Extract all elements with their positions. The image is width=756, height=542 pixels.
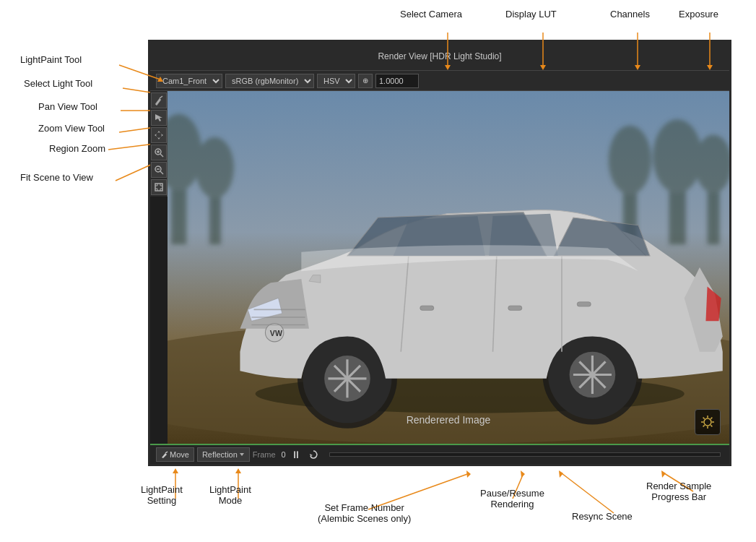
sun-icon: [699, 413, 716, 431]
frame-label: Frame: [253, 450, 276, 459]
move-label: Move: [170, 450, 189, 459]
pan-view-tool-label: Pan View Tool: [38, 101, 97, 112]
svg-rect-52: [420, 306, 434, 310]
svg-line-6: [160, 171, 163, 174]
svg-rect-8: [155, 184, 162, 191]
left-toolbar: [150, 91, 168, 197]
render-titlebar: Render View [HDR Light Studio]: [150, 42, 729, 71]
set-frame-number-annotation: Set Frame Number(Alembic Scenes only): [318, 502, 411, 524]
exposure-annotation: Exposure: [679, 9, 718, 20]
render-progress-bar: [329, 452, 721, 457]
region-zoom-label: Region Zoom: [49, 143, 105, 154]
dropdown-arrow-icon: [239, 452, 245, 457]
resync-scene-annotation: Resync Scene: [572, 511, 633, 522]
lightpaint-setting-annotation: LightPaintSetting: [141, 484, 183, 506]
bottom-toolbar: Move Reflection Frame 0 ⏸: [150, 444, 729, 464]
car-render-svg: VW: [168, 91, 729, 444]
svg-line-63: [703, 425, 705, 426]
select-light-tool-label: Select Light Tool: [24, 78, 92, 89]
select-light-tool-icon[interactable]: [151, 110, 167, 126]
svg-marker-90: [466, 470, 471, 478]
svg-rect-54: [577, 302, 591, 306]
svg-line-93: [562, 473, 614, 513]
exposure-input[interactable]: [375, 74, 419, 88]
zoom-view-tool-label: Zoom View Tool: [38, 123, 105, 134]
display-lut-annotation: Display LUT: [505, 9, 557, 20]
svg-line-64: [165, 452, 168, 453]
lightpaint-btn[interactable]: Move: [156, 447, 194, 462]
svg-text:VW: VW: [270, 329, 282, 337]
zoom-view-tool-icon[interactable]: [151, 145, 167, 160]
region-zoom-tool-icon[interactable]: [151, 162, 167, 178]
svg-marker-86: [173, 468, 178, 473]
svg-line-60: [703, 418, 705, 419]
lightpaint-tool-icon[interactable]: [151, 93, 167, 108]
svg-marker-96: [661, 470, 666, 478]
hdr-icon[interactable]: [695, 409, 721, 435]
fit-scene-label: Fit Scene to View: [20, 172, 93, 183]
svg-marker-92: [521, 470, 525, 478]
render-controls-bar: Cam1_Front sRGB (rgbMonitor) HSV ⊕: [150, 71, 729, 91]
pause-button[interactable]: ⏸: [289, 447, 303, 462]
channels-icon[interactable]: ⊕: [358, 74, 373, 88]
svg-line-0: [160, 96, 162, 98]
display-lut-select[interactable]: sRGB (rgbMonitor): [225, 74, 314, 88]
render-title: Render View [HDR Light Studio]: [378, 51, 501, 61]
resync-button[interactable]: [306, 447, 321, 462]
svg-point-55: [704, 418, 711, 426]
render-canvas: VW: [168, 91, 729, 444]
rendered-image-label: Renderered Image: [407, 414, 491, 426]
resync-icon: [308, 449, 318, 460]
camera-select[interactable]: Cam1_Front: [156, 74, 222, 88]
select-camera-annotation: Select Camera: [400, 9, 462, 20]
svg-point-24: [609, 126, 651, 194]
reflection-btn[interactable]: Reflection: [197, 447, 250, 462]
pan-view-tool-icon[interactable]: [151, 127, 167, 143]
channels-select[interactable]: HSV: [317, 74, 355, 88]
svg-marker-88: [235, 468, 241, 473]
svg-point-22: [196, 137, 234, 199]
brush-icon: [161, 451, 168, 458]
svg-point-26: [653, 119, 702, 193]
svg-line-62: [711, 418, 712, 419]
svg-rect-53: [508, 306, 522, 310]
lightpaint-mode-annotation: LightPaintMode: [209, 484, 251, 506]
svg-line-2: [160, 154, 163, 157]
frame-value: 0: [282, 450, 286, 459]
render-sample-annotation: Render SampleProgress Bar: [646, 481, 711, 502]
reflection-label: Reflection: [202, 450, 238, 459]
pause-resume-annotation: Pause/ResumeRendering: [480, 488, 544, 509]
channels-annotation: Channels: [610, 9, 650, 20]
svg-line-61: [711, 425, 712, 426]
svg-marker-94: [559, 470, 563, 478]
fit-scene-tool-icon[interactable]: [151, 179, 167, 195]
lightpaint-tool-label: LightPaint Tool: [20, 54, 82, 65]
render-outer-frame: Render View [HDR Light Studio] Cam1_Fron…: [148, 40, 731, 466]
